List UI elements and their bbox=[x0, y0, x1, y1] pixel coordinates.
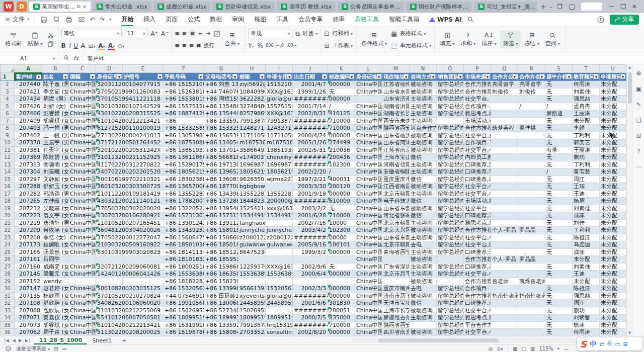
menu-tab-会员专享[interactable]: 会员专享 bbox=[293, 14, 328, 25]
cell[interactable]: 2001/6/28 bbox=[293, 212, 328, 220]
column-header-cell[interactable]: 出生日期▼ bbox=[293, 73, 328, 81]
cell[interactable]: 去电 bbox=[410, 285, 437, 293]
cell[interactable]: 612725200110100019 bbox=[96, 125, 123, 132]
cell[interactable]: 610104200212213421 bbox=[96, 117, 123, 125]
cell[interactable]: 被动咨询 bbox=[410, 205, 437, 212]
cell[interactable]: 舒妍玉 (女 bbox=[42, 183, 69, 191]
cell[interactable]: 未分配 bbox=[600, 132, 626, 139]
cell[interactable]: 358664913 bbox=[238, 146, 266, 154]
cell[interactable]: 新航道 bbox=[545, 110, 573, 118]
cell[interactable]: 陈祖清 bbox=[573, 234, 600, 241]
cell[interactable]: +86 15332585 bbox=[164, 125, 204, 132]
cell[interactable]: China中国 bbox=[69, 103, 96, 110]
increase-font-icon[interactable]: A⁺ bbox=[151, 30, 158, 37]
cell[interactable]: China中国 bbox=[355, 271, 382, 278]
cell[interactable]: 合作方推荐 bbox=[464, 227, 491, 234]
cell[interactable]: +86 19910568 bbox=[164, 300, 204, 307]
cell[interactable] bbox=[491, 241, 518, 249]
cell[interactable] bbox=[437, 256, 464, 263]
cell[interactable]: +86 13220522 bbox=[164, 205, 204, 212]
scroll-down-icon[interactable]: ▼ bbox=[628, 330, 631, 336]
column-header-cell[interactable]: 合作方公司▼ bbox=[491, 73, 518, 81]
cell[interactable]: 654101200007050581 bbox=[96, 314, 123, 322]
menu-tab-插入[interactable]: 插入 bbox=[138, 14, 160, 25]
cell[interactable]: 主动咨询 bbox=[410, 117, 437, 125]
cell[interactable]: 未分配 bbox=[600, 321, 626, 329]
cell[interactable]: 未分配 bbox=[600, 198, 626, 205]
cell[interactable]: 留学总经办 bbox=[437, 248, 464, 256]
row-number[interactable]: 22 bbox=[1, 227, 15, 234]
cell[interactable]: 合作项目- bbox=[464, 285, 491, 293]
cell[interactable]: 主动咨询 bbox=[410, 190, 437, 198]
cell[interactable]: China中国 bbox=[355, 219, 382, 227]
cell[interactable]: 内部员工推 bbox=[464, 154, 491, 161]
cell[interactable]: 370105199411221118 bbox=[96, 96, 123, 103]
cell[interactable] bbox=[518, 154, 545, 161]
cell[interactable]: 赵君婷 (女 bbox=[42, 285, 69, 293]
cell[interactable]: 主动咨询 bbox=[410, 110, 437, 118]
filter-dropdown-icon[interactable]: ▼ bbox=[287, 74, 292, 79]
cell[interactable]: +86 15536380 bbox=[164, 271, 204, 278]
cell[interactable]: 无 bbox=[545, 263, 573, 271]
filter-dropdown-icon[interactable]: ▼ bbox=[117, 74, 122, 79]
cell[interactable]: 207304 bbox=[15, 168, 42, 176]
filter-dropdown-icon[interactable]: ▼ bbox=[36, 74, 41, 79]
cell[interactable]: +86 18002510 bbox=[164, 263, 204, 271]
cell[interactable]: 430321200211140121 bbox=[96, 198, 123, 205]
cell[interactable]: China中国 bbox=[355, 103, 382, 110]
cell[interactable]: 社交平台,豆 bbox=[464, 132, 491, 139]
cell[interactable]: 000000 bbox=[328, 285, 355, 293]
cell[interactable]: 207282 bbox=[15, 190, 42, 198]
cell[interactable]: 2002/2/20 bbox=[293, 168, 328, 176]
cut-icon[interactable] bbox=[47, 32, 55, 39]
cell[interactable]: ######### bbox=[293, 161, 328, 168]
more-icon[interactable]: ⋯ bbox=[635, 163, 642, 170]
cell[interactable]: 无 bbox=[545, 132, 573, 139]
paste-button[interactable]: 粘贴 ▾ bbox=[26, 31, 45, 48]
cell[interactable] bbox=[518, 110, 545, 118]
next-sheet-icon[interactable]: ▶ bbox=[19, 338, 22, 343]
cell[interactable]: jennychen7 bbox=[238, 227, 266, 234]
cell[interactable]: +86 1506607386 bbox=[204, 234, 238, 241]
row-number[interactable]: 31 bbox=[1, 292, 15, 300]
cell[interactable]: +86 15290175 bbox=[164, 161, 204, 168]
cell[interactable]: 刘妍 (女) bbox=[42, 103, 69, 110]
cell[interactable]: 无 bbox=[545, 175, 573, 183]
cell[interactable] bbox=[518, 161, 545, 168]
cell[interactable]: 153449155 bbox=[266, 212, 293, 220]
cell[interactable]: 710000 bbox=[328, 321, 355, 329]
cell[interactable]: +86 1391129694 bbox=[204, 219, 238, 227]
cell[interactable]: 江苏省徐州 bbox=[382, 81, 410, 89]
row-number[interactable]: 26 bbox=[1, 256, 15, 263]
status-grid-icon[interactable]: ⊟ bbox=[54, 346, 58, 351]
cell[interactable]: 主动咨询 bbox=[410, 248, 437, 256]
column-letter[interactable]: M bbox=[382, 65, 410, 73]
cell[interactable]: 310113200211152925 bbox=[96, 154, 123, 161]
row-number[interactable]: 36 bbox=[1, 329, 15, 336]
cell[interactable]: +86 1533258500 bbox=[204, 125, 238, 132]
cell[interactable]: 留学总经办 bbox=[437, 139, 464, 147]
cell[interactable]: 合作方推荐 bbox=[464, 278, 491, 285]
cell[interactable] bbox=[96, 278, 123, 285]
cell[interactable]: 207369 bbox=[15, 154, 42, 161]
cell[interactable]: / bbox=[545, 103, 573, 110]
cell[interactable]: China中国 bbox=[69, 234, 96, 241]
cell[interactable]: China中国 bbox=[69, 168, 96, 176]
cell[interactable] bbox=[491, 300, 518, 307]
cell[interactable]: 文静如 (女 bbox=[42, 175, 69, 183]
column-letter[interactable]: F bbox=[164, 65, 204, 73]
cell[interactable]: China中国 bbox=[69, 314, 96, 322]
fill-color-icon[interactable]: A▾ bbox=[98, 42, 105, 49]
merge-cells-button[interactable]: ⊞ 合并 ▾ bbox=[223, 31, 242, 48]
cell[interactable]: +86 1573130169 bbox=[204, 212, 238, 220]
cell[interactable]: +86 1580156591 bbox=[204, 227, 238, 234]
cell[interactable]: 2000/4/24 bbox=[293, 132, 328, 139]
cell[interactable]: China中国 bbox=[69, 227, 96, 234]
cell[interactable] bbox=[491, 168, 518, 176]
row-number[interactable]: 25 bbox=[1, 248, 15, 256]
cell[interactable]: 主动咨询 bbox=[410, 263, 437, 271]
cell[interactable]: 河北省张家 bbox=[382, 212, 410, 220]
cell[interactable]: +86 18182281 bbox=[164, 278, 204, 285]
cell[interactable]: 任天宇 (女 bbox=[42, 146, 69, 154]
cell[interactable]: 2003/2/2 bbox=[293, 205, 328, 212]
